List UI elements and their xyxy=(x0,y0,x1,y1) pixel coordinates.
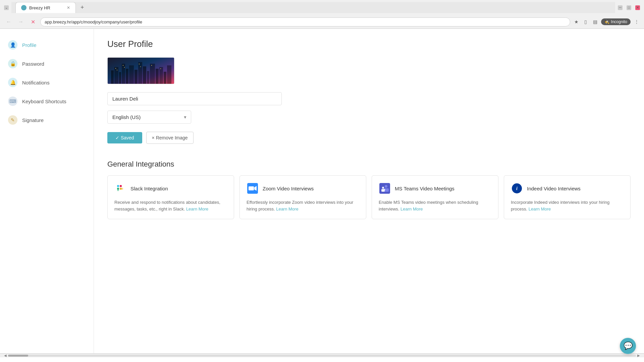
incognito-badge: 🕵 Incognito xyxy=(601,18,631,25)
zoom-name: Zoom Video Interviews xyxy=(263,186,314,191)
svg-rect-12 xyxy=(156,69,159,84)
scroll-right-btn[interactable]: ▶ xyxy=(636,354,641,357)
svg-rect-23 xyxy=(160,68,161,69)
horizontal-scrollbar[interactable]: ◀ ▶ xyxy=(0,353,644,357)
main-content: User Profile xyxy=(94,29,644,353)
tab-favicon xyxy=(21,5,26,10)
sidebar-item-notifications[interactable]: 🔔 Notifications xyxy=(0,73,94,92)
minimize-button[interactable]: ─ xyxy=(618,5,623,10)
svg-rect-10 xyxy=(147,71,149,84)
window-controls: ⌄ xyxy=(4,5,9,10)
svg-rect-13 xyxy=(159,67,163,84)
svg-rect-22 xyxy=(151,65,152,66)
maximize-button[interactable]: □ xyxy=(627,5,631,10)
name-input[interactable] xyxy=(107,92,282,105)
svg-text:T: T xyxy=(384,189,385,191)
profile-icon: 👤 xyxy=(8,40,17,50)
forward-button[interactable]: → xyxy=(16,17,25,26)
bell-icon: 🔔 xyxy=(8,78,17,87)
sidebar-item-label-signature: Signature xyxy=(22,117,44,123)
svg-rect-27 xyxy=(120,185,122,187)
profile-image-container[interactable] xyxy=(107,57,174,84)
lock-icon: 🔒 xyxy=(8,59,17,68)
more-options-icon[interactable]: ⋮ xyxy=(633,18,640,25)
zoom-learn-more[interactable]: Learn More xyxy=(276,206,298,212)
svg-rect-6 xyxy=(129,65,134,84)
language-select[interactable]: English (US) English (UK) Spanish French… xyxy=(107,111,191,124)
title-bar: ⌄ Breezy HR ✕ + ─ □ ✕ xyxy=(0,0,644,15)
scroll-thumb[interactable] xyxy=(8,355,28,357)
svg-point-36 xyxy=(382,187,384,189)
address-bar: ← → ✕ ★ ▯ ▤ 🕵 Incognito ⋮ xyxy=(0,15,644,28)
scroll-left-btn[interactable]: ◀ xyxy=(3,354,8,357)
window-action-controls: ─ □ ✕ xyxy=(618,5,640,10)
slack-name: Slack Integration xyxy=(130,186,168,191)
indeed-name: Indeed Video Interviews xyxy=(527,186,581,191)
integration-card-slack: Slack Integration Receive and respond to… xyxy=(107,175,234,219)
browser-tab-active[interactable]: Breezy HR ✕ xyxy=(15,2,76,13)
pen-icon: ✎ xyxy=(8,115,17,125)
slack-icon xyxy=(114,182,126,194)
sidebar-item-profile[interactable]: 👤 Profile xyxy=(0,36,94,54)
extensions-icon[interactable]: ▯ xyxy=(582,18,589,25)
sidebar-item-label-password: Password xyxy=(22,61,44,67)
svg-rect-1 xyxy=(111,70,114,84)
svg-rect-17 xyxy=(117,70,117,70)
reload-button[interactable]: ✕ xyxy=(28,17,38,26)
browser-chrome: ⌄ Breezy HR ✕ + ─ □ ✕ ← → ✕ ★ ▯ ▤ 🕵 Inc xyxy=(0,0,644,29)
svg-rect-9 xyxy=(143,66,146,84)
button-row: ✓ Saved × Remove Image xyxy=(107,132,631,144)
tab-bar: Breezy HR ✕ + xyxy=(11,2,615,13)
svg-rect-15 xyxy=(167,65,171,84)
chat-icon: 💬 xyxy=(624,342,633,350)
tab-switcher-btn[interactable]: ⌄ xyxy=(4,5,9,10)
slack-desc: Receive and respond to notifications abo… xyxy=(114,199,227,212)
remove-image-button[interactable]: × Remove Image xyxy=(146,132,194,144)
remove-image-label: × Remove Image xyxy=(152,135,188,140)
teams-header: T MS Teams Video Meetings xyxy=(379,182,491,194)
sidebar-item-label-keyboard: Keyboard Shortcuts xyxy=(22,99,66,104)
new-tab-button[interactable]: + xyxy=(77,2,88,13)
sidebar-item-label-notifications: Notifications xyxy=(22,80,50,85)
svg-rect-16 xyxy=(115,68,116,69)
indeed-learn-more[interactable]: Learn More xyxy=(529,206,551,212)
address-input[interactable] xyxy=(40,17,570,26)
integration-card-indeed: i Indeed Video Interviews Incorporate In… xyxy=(504,175,631,219)
sidebar-item-signature[interactable]: ✎ Signature xyxy=(0,111,94,129)
slack-learn-more[interactable]: Learn More xyxy=(186,206,208,212)
indeed-icon: i xyxy=(511,182,523,194)
teams-name: MS Teams Video Meetings xyxy=(395,186,454,191)
close-button[interactable]: ✕ xyxy=(635,5,640,10)
language-select-wrapper: English (US) English (UK) Spanish French… xyxy=(107,111,191,124)
zoom-desc: Effortlessly incorporate Zoom video inte… xyxy=(247,199,359,212)
chat-widget-button[interactable]: 💬 xyxy=(620,338,636,354)
integration-card-teams: T MS Teams Video Meetings Enable MS Team… xyxy=(372,175,498,219)
svg-rect-29 xyxy=(122,188,123,190)
svg-text:i: i xyxy=(516,186,518,191)
bookmark-icon[interactable]: ★ xyxy=(573,18,580,25)
svg-rect-28 xyxy=(117,190,119,191)
svg-rect-7 xyxy=(135,70,138,84)
incognito-label: Incognito xyxy=(611,19,627,24)
tab-close-btn[interactable]: ✕ xyxy=(67,5,70,10)
indeed-header: i Indeed Video Interviews xyxy=(511,182,624,194)
sidebar-item-password[interactable]: 🔒 Password xyxy=(0,54,94,73)
svg-rect-31 xyxy=(249,186,254,190)
sidebar-item-keyboard-shortcuts[interactable]: ⌨ Keyboard Shortcuts xyxy=(0,92,94,111)
address-icons: ★ ▯ ▤ 🕵 Incognito ⋮ xyxy=(573,18,640,25)
svg-rect-5 xyxy=(126,69,128,84)
split-view-icon[interactable]: ▤ xyxy=(592,18,598,25)
integration-card-zoom: Zoom Video Interviews Effortlessly incor… xyxy=(239,175,366,219)
saved-button[interactable]: ✓ Saved xyxy=(107,132,142,143)
incognito-icon: 🕵 xyxy=(604,19,609,24)
teams-learn-more[interactable]: Learn More xyxy=(400,206,423,212)
svg-rect-8 xyxy=(138,62,142,84)
zoom-header: Zoom Video Interviews xyxy=(247,182,359,194)
slack-header: Slack Integration xyxy=(114,182,227,194)
app-container: 👤 Profile 🔒 Password 🔔 Notifications ⌨ K… xyxy=(0,29,644,353)
svg-rect-20 xyxy=(139,64,140,64)
scroll-track xyxy=(8,355,636,357)
indeed-desc: Incorporate Indeed video interviews into… xyxy=(511,199,624,212)
integrations-title: General Integrations xyxy=(107,160,631,169)
back-button[interactable]: ← xyxy=(4,17,13,26)
